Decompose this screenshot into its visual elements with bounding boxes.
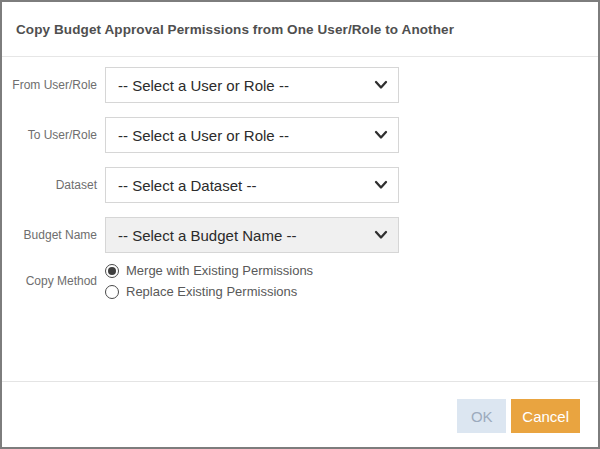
from-user-role-select[interactable]: -- Select a User or Role -- [105, 67, 399, 103]
ok-button[interactable]: OK [457, 399, 506, 433]
dialog-header: Copy Budget Approval Permissions from On… [2, 2, 598, 57]
chevron-down-icon [374, 80, 388, 90]
copy-method-label: Copy Method [2, 274, 105, 288]
dataset-value: -- Select a Dataset -- [106, 177, 256, 194]
dialog-form: From User/Role -- Select a User or Role … [2, 57, 598, 299]
copy-method-row: Copy Method Merge with Existing Permissi… [2, 263, 598, 299]
to-user-role-select[interactable]: -- Select a User or Role -- [105, 117, 399, 153]
dialog-footer: OK Cancel [2, 381, 598, 433]
from-user-role-row: From User/Role -- Select a User or Role … [2, 67, 598, 103]
merge-permissions-label: Merge with Existing Permissions [126, 263, 313, 278]
copy-permissions-dialog: Copy Budget Approval Permissions from On… [0, 0, 600, 449]
cancel-button[interactable]: Cancel [511, 399, 580, 433]
replace-permissions-label: Replace Existing Permissions [126, 284, 297, 299]
chevron-down-icon [374, 130, 388, 140]
to-user-role-label: To User/Role [2, 128, 105, 142]
chevron-down-icon [374, 180, 388, 190]
to-user-role-row: To User/Role -- Select a User or Role -- [2, 117, 598, 153]
dataset-row: Dataset -- Select a Dataset -- [2, 167, 598, 203]
budget-name-row: Budget Name -- Select a Budget Name -- [2, 217, 598, 253]
budget-name-value: -- Select a Budget Name -- [106, 227, 296, 244]
chevron-down-icon [374, 230, 388, 240]
dataset-select[interactable]: -- Select a Dataset -- [105, 167, 399, 203]
to-user-role-value: -- Select a User or Role -- [106, 127, 289, 144]
dialog-title: Copy Budget Approval Permissions from On… [16, 22, 454, 37]
radio-icon [105, 264, 119, 278]
budget-name-select[interactable]: -- Select a Budget Name -- [105, 217, 399, 253]
from-user-role-value: -- Select a User or Role -- [106, 77, 289, 94]
budget-name-label: Budget Name [2, 228, 105, 242]
dataset-label: Dataset [2, 178, 105, 192]
radio-icon [105, 285, 119, 299]
merge-permissions-radio[interactable]: Merge with Existing Permissions [105, 263, 313, 278]
from-user-role-label: From User/Role [2, 78, 105, 92]
replace-permissions-radio[interactable]: Replace Existing Permissions [105, 284, 313, 299]
copy-method-radio-group: Merge with Existing Permissions Replace … [105, 263, 313, 299]
